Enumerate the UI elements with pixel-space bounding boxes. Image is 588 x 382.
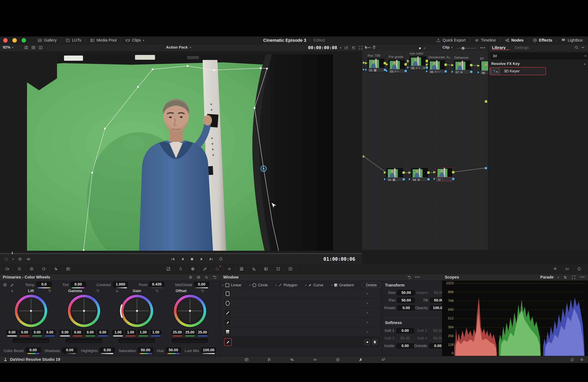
- node-zoom-slider[interactable]: [456, 48, 476, 49]
- gain-g[interactable]: 1.00: [138, 330, 149, 335]
- window-row-polygon[interactable]: [222, 308, 380, 318]
- gain-master-dial[interactable]: [119, 339, 155, 343]
- scope-settings-icon[interactable]: [563, 275, 567, 280]
- transform-pan[interactable]: Pan50.00: [384, 298, 415, 303]
- page-dot-active[interactable]: [419, 47, 421, 49]
- add-gradient-button[interactable]: + Gradient: [331, 283, 354, 287]
- hue-mesh-icon[interactable]: [187, 264, 199, 274]
- single-view-icon[interactable]: [24, 45, 28, 50]
- media-pool-button[interactable]: Media Pool: [86, 37, 121, 44]
- node-zoom-slider-thumb[interactable]: [462, 47, 465, 50]
- camera-raw-icon[interactable]: [1, 264, 13, 274]
- gamma-r[interactable]: 0.00: [72, 330, 83, 335]
- reset-icon[interactable]: [96, 289, 100, 293]
- library-section-header[interactable]: Resolve FX Key ▴: [488, 61, 588, 67]
- scopes-toggle-icon[interactable]: [561, 264, 573, 274]
- fairlight-page-icon[interactable]: [358, 357, 363, 362]
- value[interactable]: 0.00: [398, 305, 415, 310]
- pointer-icon[interactable]: [364, 45, 368, 50]
- node-06[interactable]: Desaturate Ju... 06ılı ∿ ∕: [428, 60, 445, 74]
- offset-wheel[interactable]: [174, 295, 206, 327]
- key-icon[interactable]: [260, 264, 272, 274]
- timeline-button[interactable]: Timeline: [470, 37, 500, 44]
- scopes-more-icon[interactable]: •••: [580, 275, 585, 279]
- auto-balance-icon[interactable]: [3, 283, 7, 287]
- gamma-g[interactable]: 0.00: [84, 330, 96, 335]
- library-search-input[interactable]: 3d ×: [490, 53, 588, 59]
- fullscreen-icon[interactable]: [358, 46, 363, 50]
- transform-size[interactable]: Size50.00: [384, 290, 415, 295]
- add-curve-button[interactable]: + Curve: [305, 283, 323, 287]
- lift-wheel[interactable]: [15, 295, 47, 327]
- magic-mask-icon[interactable]: [236, 264, 248, 274]
- window-row-linear[interactable]: [222, 289, 380, 299]
- param-temp[interactable]: Temp 0.0: [25, 282, 52, 288]
- param-shadows[interactable]: Shadows 0.00: [44, 347, 77, 354]
- collapse-icon[interactable]: ▴: [584, 62, 585, 66]
- lift-master-dial[interactable]: [13, 339, 49, 343]
- reset-icon[interactable]: [201, 289, 204, 293]
- offset-master-dial[interactable]: [172, 339, 208, 343]
- skip-end-icon[interactable]: [209, 257, 213, 261]
- lift-y[interactable]: 0.00: [6, 330, 18, 335]
- effects-button[interactable]: Effects: [528, 37, 557, 44]
- grade-bypass-icon[interactable]: [344, 46, 349, 50]
- tab-library[interactable]: Library: [492, 45, 505, 50]
- fx-item-3d-keyer[interactable]: 3D Keyer: [490, 67, 546, 75]
- gamma-b[interactable]: 0.00: [97, 330, 108, 335]
- offset-r[interactable]: 25.00: [172, 330, 183, 335]
- delete-window-button[interactable]: Delete: [361, 282, 382, 288]
- node-mode-dropdown[interactable]: Clip ▾: [442, 45, 453, 50]
- window-row-curve-active[interactable]: [222, 337, 380, 347]
- color-trace-icon[interactable]: [351, 46, 356, 50]
- gain-wheel[interactable]: [121, 295, 153, 327]
- param-value[interactable]: 1.000: [113, 282, 128, 287]
- reset-icon[interactable]: [48, 289, 51, 293]
- param-value[interactable]: 50.00: [138, 347, 153, 353]
- grade-assist-icon[interactable]: [549, 264, 561, 274]
- tracker-icon[interactable]: [223, 264, 235, 274]
- node-11-selected[interactable]: 11◌: [436, 168, 452, 181]
- cut-page-icon[interactable]: [267, 357, 272, 362]
- fusion-page-icon[interactable]: [313, 357, 317, 362]
- param-lum-mix[interactable]: Lum Mix 100.00: [185, 347, 216, 354]
- expand-icon[interactable]: [571, 275, 576, 280]
- library-more-icon[interactable]: ••: [582, 46, 585, 50]
- param-saturation[interactable]: Saturation 50.00: [119, 347, 153, 354]
- add-polygon-button[interactable]: + Polygon: [275, 283, 297, 287]
- lightbox-button[interactable]: Lightbox: [557, 37, 588, 44]
- stop-icon[interactable]: [190, 257, 194, 261]
- softness-inside[interactable]: Inside0.00: [384, 343, 414, 348]
- alpha-source-port[interactable]: [363, 68, 365, 71]
- viewer[interactable]: [0, 51, 362, 250]
- stereo-3d-icon[interactable]: [284, 264, 296, 274]
- window-palette-icon-active[interactable]: [211, 264, 223, 274]
- color-page-icon-active[interactable]: [336, 357, 340, 362]
- loop-icon[interactable]: [219, 257, 223, 261]
- bars-mode-icon[interactable]: [196, 275, 201, 280]
- node-03[interactable]: Pre grade 03ılı ∿: [388, 60, 405, 74]
- project-manager-icon[interactable]: [570, 357, 574, 362]
- tab-settings[interactable]: Settings: [514, 45, 529, 50]
- media-page-icon[interactable]: [244, 357, 249, 362]
- node-07[interactable]: Dehancer 07⊛: [454, 60, 470, 74]
- window-overlay-icon[interactable]: [4, 257, 8, 261]
- settings-gear-icon[interactable]: [580, 357, 584, 362]
- gamma-wheel[interactable]: [68, 295, 100, 327]
- param-value[interactable]: 0.0: [36, 282, 52, 287]
- scope-mode-dropdown[interactable]: Parade: [540, 275, 554, 280]
- luts-button[interactable]: LUTs: [61, 37, 85, 44]
- param-hue[interactable]: Hue 50.00: [157, 347, 181, 354]
- clear-search-icon[interactable]: ×: [584, 54, 587, 58]
- hdr-wheels-icon[interactable]: [38, 264, 50, 274]
- source-port[interactable]: [363, 61, 365, 64]
- param-value[interactable]: 0.00: [100, 347, 115, 353]
- param-value[interactable]: 0.00: [62, 347, 77, 353]
- viewer-timecode[interactable]: 00:00:00:08: [308, 45, 337, 50]
- page-dot[interactable]: [424, 47, 425, 49]
- split-view-icon[interactable]: [38, 45, 43, 50]
- value[interactable]: 50.00: [398, 298, 415, 303]
- lift-b[interactable]: 0.00: [44, 330, 55, 335]
- minimize-icon[interactable]: [12, 38, 17, 42]
- param-color-boost[interactable]: Color Boost 0.00: [4, 347, 41, 354]
